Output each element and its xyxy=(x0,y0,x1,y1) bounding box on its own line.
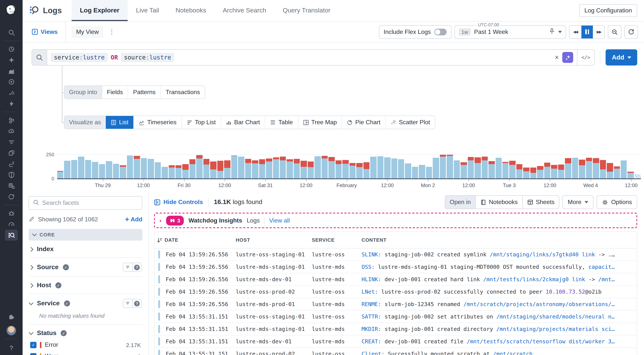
histogram-bar[interactable] xyxy=(57,171,64,178)
sort-descending-icon[interactable] xyxy=(157,237,163,243)
service-sparkle-icon[interactable] xyxy=(5,191,18,202)
histogram-bar[interactable] xyxy=(308,161,314,178)
histogram-bar[interactable] xyxy=(572,158,578,178)
visualize-scatter-plot[interactable]: Scatter Plot xyxy=(386,116,435,129)
tab-archive-search[interactable]: Archive Search xyxy=(214,0,274,21)
visualize-pie-chart[interactable]: Pie Chart xyxy=(342,116,386,129)
security-shield-icon[interactable] xyxy=(5,169,18,180)
tab-live-tail[interactable]: Live Tail xyxy=(128,0,167,21)
histogram-bar[interactable] xyxy=(190,159,196,178)
histogram-bar[interactable] xyxy=(141,158,147,178)
pipelines-icon[interactable] xyxy=(5,137,18,148)
histogram-bar[interactable] xyxy=(120,165,126,178)
histogram-bar[interactable] xyxy=(509,161,516,178)
visualize-list[interactable]: List xyxy=(106,116,134,129)
column-header-date[interactable]: DATE xyxy=(157,237,236,243)
cloud-cost-icon[interactable]: $ xyxy=(5,126,18,137)
histogram-bar[interactable] xyxy=(328,157,335,178)
target-icon[interactable] xyxy=(5,76,18,87)
histogram-bar[interactable] xyxy=(544,163,550,178)
histogram-bar[interactable] xyxy=(433,158,439,178)
log-row[interactable]: Feb 04 13:59:26.556lustre-oss-staging-01… xyxy=(154,249,637,261)
visualize-timeseries[interactable]: Timeseries xyxy=(134,116,182,129)
add-query-button[interactable]: Add xyxy=(606,49,637,65)
histogram-bar[interactable] xyxy=(259,159,265,178)
tab-query-translator[interactable]: Query Translator xyxy=(274,0,338,21)
visualize-table[interactable]: Table xyxy=(265,116,298,129)
histogram-bar[interactable] xyxy=(106,161,112,178)
clear-query-icon[interactable]: × xyxy=(555,53,559,61)
open-in-notebooks-button[interactable]: Notebooks xyxy=(475,196,522,209)
histogram-bar[interactable] xyxy=(398,159,404,178)
histogram-bar[interactable] xyxy=(412,167,418,178)
histogram-bar[interactable] xyxy=(460,162,467,178)
histogram-bar[interactable] xyxy=(252,160,258,178)
visualize-bar-chart[interactable]: Bar Chart xyxy=(221,116,265,129)
shift-back-button[interactable]: ◀◀ xyxy=(570,25,581,38)
visualize-top-list[interactable]: Top List xyxy=(182,116,221,129)
histogram-bar[interactable] xyxy=(356,163,362,178)
histogram-bar[interactable] xyxy=(474,157,481,178)
histogram-bar[interactable] xyxy=(148,159,154,178)
group-into-transactions[interactable]: Transactions xyxy=(161,86,205,99)
histogram-bar[interactable] xyxy=(336,160,342,178)
facet-header[interactable]: Index xyxy=(30,245,142,253)
histogram-bar[interactable] xyxy=(405,163,411,178)
histogram-bar[interactable] xyxy=(363,162,370,178)
histogram-bar[interactable] xyxy=(287,159,293,178)
histogram-bar[interactable] xyxy=(468,157,474,178)
visualize-tree-map[interactable]: Tree Map xyxy=(298,116,342,129)
histogram-bar[interactable] xyxy=(579,160,585,178)
signal-icon[interactable] xyxy=(5,87,18,98)
datadog-logo-icon[interactable] xyxy=(0,0,22,21)
histogram-bar[interactable] xyxy=(280,156,286,178)
histogram-bar[interactable] xyxy=(349,163,356,178)
expand-insights-chevron-icon[interactable]: › xyxy=(159,217,162,224)
histogram-bar[interactable] xyxy=(85,160,91,178)
histogram-bar[interactable] xyxy=(294,159,300,178)
hexagons-icon[interactable] xyxy=(5,115,18,126)
histogram-bar[interactable] xyxy=(523,168,530,178)
current-view-chip[interactable]: My View xyxy=(72,26,103,38)
ci-link-icon[interactable] xyxy=(5,158,18,169)
histogram-bar[interactable] xyxy=(273,157,279,178)
gauge-icon[interactable] xyxy=(5,219,18,230)
facet-header[interactable]: Service✓? xyxy=(30,299,142,308)
view-all-link[interactable]: View all xyxy=(269,217,290,224)
histogram-bar[interactable] xyxy=(134,156,140,178)
view-menu-kebab-icon[interactable]: ⋮ xyxy=(109,29,115,35)
hide-controls-button[interactable]: Hide Controls xyxy=(154,199,203,206)
log-volume-histogram[interactable]: 250 0 Thu 2912:00Fri 3012:00Sat 3112:00F… xyxy=(57,154,641,178)
histogram-bar[interactable] xyxy=(238,156,244,178)
dashboards-icon[interactable] xyxy=(5,65,18,76)
facet-filter-icon[interactable] xyxy=(123,299,132,308)
time-range-picker[interactable]: UTC-07:00 1w Past 1 Week xyxy=(454,25,566,38)
histogram-bar[interactable] xyxy=(516,164,522,178)
refresh-button[interactable] xyxy=(624,25,638,38)
histogram-bar[interactable] xyxy=(342,160,348,178)
tab-notebooks[interactable]: Notebooks xyxy=(167,0,214,21)
edit-facets-icon[interactable] xyxy=(28,216,35,223)
software-icon[interactable] xyxy=(5,148,18,158)
histogram-bar[interactable] xyxy=(426,167,432,178)
include-flex-logs-toggle[interactable] xyxy=(434,28,447,35)
help-icon[interactable]: ? xyxy=(5,343,18,354)
histogram-bar[interactable] xyxy=(224,161,230,178)
sparkle-icon[interactable] xyxy=(5,54,18,65)
histogram-bar[interactable] xyxy=(370,157,376,178)
histogram-bar[interactable] xyxy=(628,172,634,178)
histogram-bar[interactable] xyxy=(92,162,98,178)
histogram-bar[interactable] xyxy=(231,155,237,178)
histogram-bar[interactable] xyxy=(447,155,453,178)
log-row[interactable]: Feb 04 13:55:31.151lustre-mds-staging-01… xyxy=(154,323,637,336)
log-row[interactable]: Feb 04 13:59:26.556lustre-mds-prod-01lus… xyxy=(154,298,637,311)
facet-filter-icon[interactable] xyxy=(123,263,132,271)
pin-icon[interactable] xyxy=(549,28,555,35)
histogram-bar[interactable] xyxy=(440,155,446,178)
shift-forward-button[interactable]: ▶▶ xyxy=(593,25,604,38)
query-token[interactable]: source:lustre xyxy=(121,53,174,62)
watchdog-badge[interactable]: 3 xyxy=(166,216,184,225)
facet-help-icon[interactable]: ? xyxy=(132,263,141,271)
histogram-bar[interactable] xyxy=(537,166,544,179)
group-into-patterns[interactable]: Patterns xyxy=(128,86,161,99)
